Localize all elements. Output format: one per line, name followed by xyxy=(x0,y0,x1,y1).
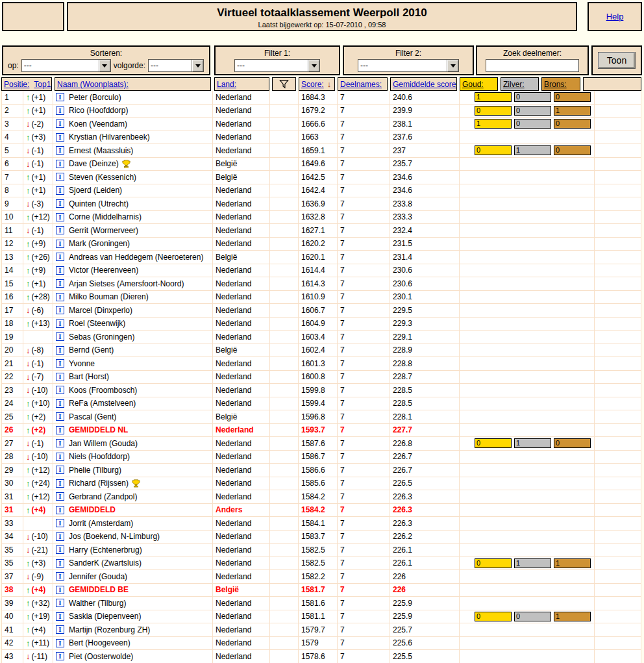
participations-cell: 7 xyxy=(338,105,390,118)
name-cell: IPascal (Gent) xyxy=(53,410,213,423)
participations-cell: 7 xyxy=(338,318,390,331)
info-icon[interactable]: I xyxy=(56,652,64,660)
sort-field-select[interactable]: --- xyxy=(21,59,111,72)
info-icon[interactable]: I xyxy=(56,173,64,181)
participant-name: Marcel (Dinxperlo) xyxy=(69,306,132,315)
info-icon[interactable]: I xyxy=(56,453,64,461)
name-cell: IRichard (Rijssen) xyxy=(53,477,213,490)
participations-cell: 7 xyxy=(338,544,390,557)
sort-order-select[interactable]: --- xyxy=(148,59,204,72)
info-icon[interactable]: I xyxy=(56,559,64,568)
gemiddelde-sort-link[interactable]: Gemiddelde score: xyxy=(393,80,457,89)
deelnames-sort-link[interactable]: Deelnames: xyxy=(340,80,382,89)
info-icon[interactable]: I xyxy=(56,599,64,607)
info-icon[interactable]: I xyxy=(56,133,64,142)
info-icon[interactable]: I xyxy=(56,373,64,381)
brons-sort-link[interactable]: Brons: xyxy=(544,80,567,89)
position-cell: 12 xyxy=(1,238,23,251)
name-cell: IErnest (Maassluis) xyxy=(53,144,213,157)
filter-spacer-cell xyxy=(270,504,299,517)
info-icon[interactable]: I xyxy=(56,199,64,208)
trend-down-icon: ↓ xyxy=(26,438,31,448)
info-icon[interactable]: I xyxy=(56,386,64,394)
participant-name: Harry (Echtenerbrug) xyxy=(69,545,142,555)
bronze-medal-box: 1 xyxy=(554,558,591,568)
land-sort-link[interactable]: Land: xyxy=(217,80,236,89)
zilver-sort-link[interactable]: Zilver: xyxy=(503,80,525,89)
info-icon[interactable]: I xyxy=(56,160,64,168)
chevron-down-icon[interactable] xyxy=(192,60,203,71)
info-icon[interactable]: I xyxy=(56,226,64,234)
filter2-select[interactable]: --- xyxy=(358,59,459,72)
info-icon[interactable]: I xyxy=(56,612,64,621)
gold-medal-box: 0 xyxy=(475,106,512,116)
info-icon[interactable]: I xyxy=(56,492,64,501)
chevron-down-icon[interactable] xyxy=(308,60,319,71)
info-icon[interactable]: I xyxy=(56,253,64,261)
info-icon[interactable]: I xyxy=(56,639,64,647)
spacer-cell xyxy=(595,304,641,317)
score-sort-link[interactable]: Score: xyxy=(301,80,324,89)
goud-sort-link[interactable]: Goud: xyxy=(462,80,484,89)
score-cell: 1581.7 xyxy=(299,584,338,597)
info-icon[interactable]: I xyxy=(56,306,64,314)
show-button[interactable]: Toon xyxy=(598,52,636,69)
search-input[interactable] xyxy=(486,59,579,72)
name-cell: IBernd (Gent) xyxy=(53,344,213,357)
info-icon[interactable]: I xyxy=(56,240,64,248)
info-icon[interactable]: I xyxy=(56,586,64,594)
info-icon[interactable]: I xyxy=(56,213,64,221)
info-icon[interactable]: I xyxy=(56,146,64,155)
info-icon[interactable]: I xyxy=(56,293,64,301)
change-value: (-7) xyxy=(32,372,44,381)
info-icon[interactable]: I xyxy=(56,506,64,514)
average-cell: 228.1 xyxy=(390,410,460,423)
silver-medal-box: 0 xyxy=(514,119,551,129)
info-icon[interactable]: I xyxy=(56,93,64,101)
filter-spacer-cell xyxy=(270,331,299,344)
info-icon[interactable]: I xyxy=(56,412,64,421)
table-row: 3↓(-2)IKoen (Veendam)Nederland1666.67238… xyxy=(1,118,641,131)
info-icon[interactable]: I xyxy=(56,266,64,275)
naam-sort-link[interactable]: Naam (Woonplaats): xyxy=(57,80,129,89)
info-icon[interactable]: I xyxy=(56,439,64,447)
country-cell: België xyxy=(213,584,270,597)
info-icon[interactable]: I xyxy=(56,519,64,527)
info-icon[interactable]: I xyxy=(56,426,64,434)
table-row: 23↓(-10)IKoos (Froombosch)Nederland1599.… xyxy=(1,384,641,397)
score-cell: 1586.7 xyxy=(299,451,338,464)
info-icon[interactable]: I xyxy=(56,346,64,355)
chevron-down-icon[interactable] xyxy=(99,60,110,71)
info-icon[interactable]: I xyxy=(56,545,64,554)
info-icon[interactable]: I xyxy=(56,625,64,634)
info-icon[interactable]: I xyxy=(56,532,64,541)
filter1-select[interactable]: --- xyxy=(234,59,320,72)
change-cell: ↑(+24) xyxy=(23,477,53,490)
change-value: (-1) xyxy=(32,146,44,155)
info-icon[interactable]: I xyxy=(56,479,64,488)
gold-medal-box: 0 xyxy=(475,438,512,448)
info-icon[interactable]: I xyxy=(56,332,64,341)
info-icon[interactable]: I xyxy=(56,399,64,408)
top10-sort-link[interactable]: Top10 xyxy=(34,80,52,89)
info-icon[interactable]: I xyxy=(56,572,64,581)
filter-spacer-cell xyxy=(270,637,299,650)
chevron-down-icon[interactable] xyxy=(447,60,458,71)
info-icon[interactable]: I xyxy=(56,319,64,328)
info-icon[interactable]: I xyxy=(56,119,64,128)
info-icon[interactable]: I xyxy=(56,466,64,474)
average-cell: 237 xyxy=(390,144,460,157)
country-cell: Nederland xyxy=(213,437,270,450)
filter-funnel-icon[interactable] xyxy=(279,79,289,89)
medals-cell xyxy=(460,597,595,610)
info-icon[interactable]: I xyxy=(56,186,64,195)
info-icon[interactable]: I xyxy=(56,106,64,115)
help-link[interactable]: Help xyxy=(606,12,624,21)
name-cell: IGerrit (Wormerveer) xyxy=(53,224,213,237)
participant-name: GEMIDDELD xyxy=(69,505,116,514)
positie-sort-link[interactable]: Positie: xyxy=(4,80,29,89)
participant-name: Sjoerd (Leiden) xyxy=(69,186,122,195)
info-icon[interactable]: I xyxy=(56,279,64,288)
medals-cell: 100 xyxy=(460,118,595,131)
info-icon[interactable]: I xyxy=(56,359,64,368)
